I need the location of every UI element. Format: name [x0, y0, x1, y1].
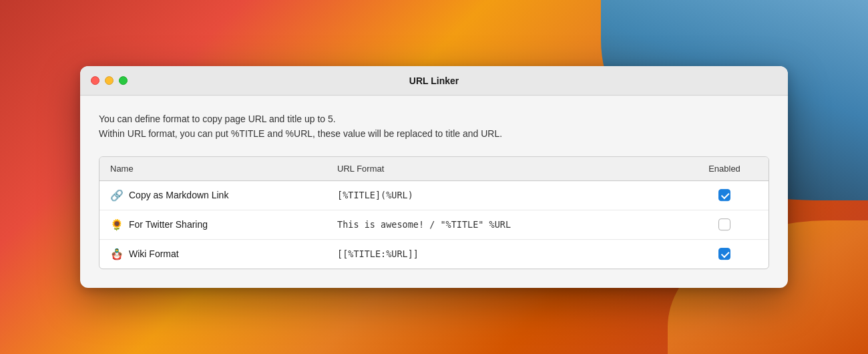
titlebar: URL Linker: [80, 66, 788, 96]
description-line1: You can define format to copy page URL a…: [99, 112, 769, 126]
table-row: 🪆 Wiki Format [[%TITLE:%URL]]: [99, 240, 769, 269]
row3-enabled-cell: [691, 248, 758, 260]
row3-name-cell: 🪆 Wiki Format: [110, 248, 337, 260]
minimize-button[interactable]: [105, 76, 114, 85]
app-window: URL Linker You can define format to copy…: [80, 66, 788, 288]
row2-checkbox[interactable]: [718, 218, 730, 230]
row2-icon: 🌻: [110, 218, 124, 231]
row1-icon: 🔗: [110, 189, 124, 202]
window-title: URL Linker: [409, 75, 459, 86]
row1-enabled-cell: [691, 189, 758, 201]
row3-format: [[%TITLE:%URL]]: [337, 248, 691, 259]
row1-name-text: Copy as Markdown Link: [129, 190, 228, 200]
row2-format: This is awesome! / "%TITLE" %URL: [337, 219, 691, 230]
close-button[interactable]: [91, 76, 99, 85]
formats-table: Name URL Format Enabled 🔗 Copy as Markdo…: [99, 156, 769, 269]
row2-enabled-cell: [691, 218, 758, 230]
table-row: 🔗 Copy as Markdown Link [%TITLE](%URL): [99, 181, 769, 210]
traffic-lights: [91, 76, 128, 85]
description-text: You can define format to copy page URL a…: [99, 112, 769, 142]
row2-name-text: For Twitter Sharing: [129, 219, 208, 230]
row1-name-cell: 🔗 Copy as Markdown Link: [110, 189, 337, 202]
table-header: Name URL Format Enabled: [99, 157, 769, 181]
row3-name-text: Wiki Format: [129, 248, 179, 259]
window-content: You can define format to copy page URL a…: [80, 96, 788, 288]
row3-icon: 🪆: [110, 248, 124, 260]
header-name: Name: [110, 164, 337, 174]
maximize-button[interactable]: [119, 76, 128, 85]
header-enabled: Enabled: [691, 164, 758, 174]
header-url-format: URL Format: [337, 164, 691, 174]
row1-checkbox[interactable]: [718, 189, 730, 201]
table-row: 🌻 For Twitter Sharing This is awesome! /…: [99, 210, 769, 240]
row2-name-cell: 🌻 For Twitter Sharing: [110, 218, 337, 231]
row1-format: [%TITLE](%URL): [337, 190, 691, 200]
row3-checkbox[interactable]: [718, 248, 730, 260]
description-line2: Within URL format, you can put %TITLE an…: [99, 127, 769, 142]
